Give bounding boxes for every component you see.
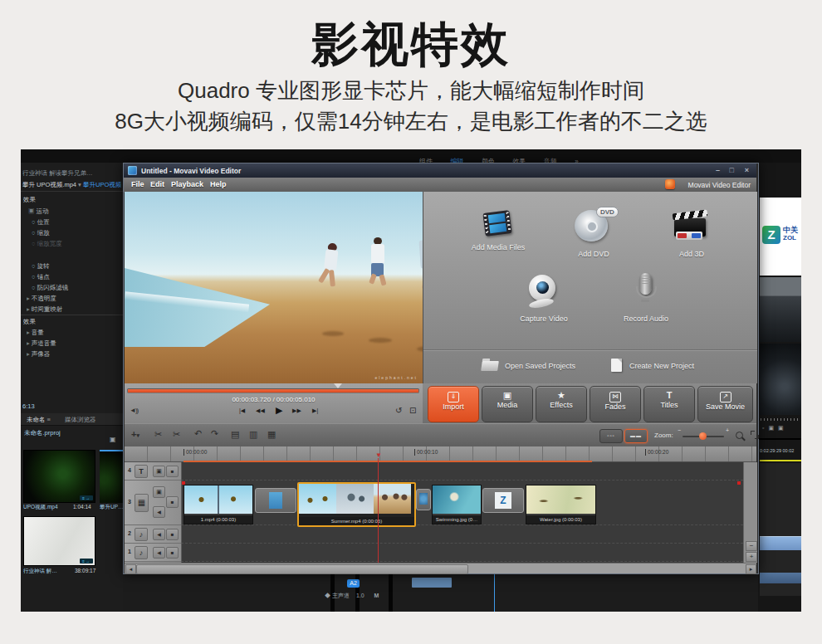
rewind-button[interactable]: ◀◀ xyxy=(256,407,265,414)
project-thumb-video-2[interactable] xyxy=(100,450,123,503)
clip-water-jpg[interactable]: Water.jpg (0:00:03) xyxy=(526,485,596,524)
prev-frame-button[interactable]: |◀ xyxy=(239,407,245,414)
menu-edit[interactable]: Edit xyxy=(150,180,164,188)
add-3d-button[interactable]: Add 3D xyxy=(663,207,721,273)
scroll-left-button[interactable]: ◂ xyxy=(125,564,136,574)
project-tab-media-browser[interactable]: 媒体浏览器 xyxy=(65,416,120,424)
menu-icon[interactable]: ≡ xyxy=(47,416,51,423)
stopwatch-icon[interactable]: ○ xyxy=(32,284,36,291)
zoom-in-mark[interactable]: + xyxy=(726,427,729,433)
timeline-view-button[interactable]: ▬▬ xyxy=(624,429,648,443)
fx-row-scale[interactable]: ○ 缩放 xyxy=(32,229,120,237)
save-movie-button[interactable]: ↗ Save Movie xyxy=(697,386,753,422)
project-item-2[interactable]: 攀升UP… xyxy=(100,504,123,511)
split-tool-icon[interactable]: ✂ xyxy=(154,429,162,440)
zoom-out-mark[interactable]: − xyxy=(678,427,681,433)
fx-row-channel-volume[interactable]: ▸ 声道音量 xyxy=(27,339,120,348)
add-clip-tool[interactable]: +▾ xyxy=(131,429,139,439)
transition-1[interactable] xyxy=(255,488,296,513)
capture-video-button[interactable]: Capture Video xyxy=(511,271,577,331)
stopwatch-icon[interactable]: ○ xyxy=(32,229,36,237)
clip-link[interactable]: 攀升UPO视频 xyxy=(83,181,121,188)
scrollbar-thumb[interactable] xyxy=(136,564,468,574)
a2-track-badge[interactable]: A2 xyxy=(347,579,360,588)
undo-icon[interactable]: ↶ xyxy=(194,428,202,439)
camera-toggle-icon[interactable]: ▣ xyxy=(153,486,165,498)
volume-icon[interactable]: ◄)) xyxy=(130,407,138,414)
next-frame-button[interactable]: ▶| xyxy=(312,407,318,414)
fx-row-panner[interactable]: ▸ 声像器 xyxy=(27,350,120,359)
fx-row-position[interactable]: ○ 位置 xyxy=(32,218,120,227)
magnifier-icon[interactable] xyxy=(736,432,743,439)
fades-button[interactable]: ⋈ Fades xyxy=(590,386,641,422)
title-track-icon[interactable]: T xyxy=(135,465,148,478)
clip-name[interactable]: 攀升 UPO视频.mp4 xyxy=(22,181,76,188)
disclosure-icon[interactable]: ▸ xyxy=(27,350,30,358)
redo-icon[interactable]: ↷ xyxy=(211,428,218,439)
fx-row-anchor[interactable]: ○ 锚点 xyxy=(32,273,120,281)
fx-row-opacity[interactable]: ▸ 不透明度 xyxy=(27,295,120,303)
project-item-3[interactable]: 行业神话 解… xyxy=(23,568,75,575)
record-toggle-icon[interactable]: ■ xyxy=(166,547,179,559)
mute-toggle-icon[interactable]: ◀ xyxy=(153,547,165,559)
movavi-titlebar[interactable]: Untitled - Movavi Video Editor – □ × xyxy=(124,163,756,178)
fx-row-rotation[interactable]: ○ 旋转 xyxy=(32,262,120,271)
record-toggle-icon[interactable]: ■ xyxy=(166,466,179,477)
video-track-icon[interactable]: ▦ xyxy=(135,494,149,512)
fx-row-motion[interactable]: ▣ 运动 xyxy=(28,207,120,216)
disclosure-icon[interactable]: ▸ xyxy=(27,305,30,313)
zoom-out-button[interactable]: − xyxy=(746,541,757,551)
add-dvd-button[interactable]: DVD Add DVD xyxy=(565,207,623,273)
project-thumb-video[interactable]: ≡→ xyxy=(23,450,95,503)
mute-toggle-icon[interactable]: ◀ xyxy=(153,529,165,540)
stopwatch-icon[interactable]: ○ xyxy=(32,273,36,281)
fullscreen-icon[interactable] xyxy=(751,431,759,439)
chevron-down-icon[interactable]: ▾ xyxy=(78,181,81,188)
track-lane-titles[interactable] xyxy=(181,462,743,481)
track-lane-audio-2[interactable] xyxy=(181,525,743,544)
monitor-buttons[interactable]: ▫▣▣ xyxy=(762,425,788,432)
open-saved-projects-button[interactable]: Open Saved Projects xyxy=(482,359,598,376)
camera-toggle-icon[interactable]: ▣ xyxy=(153,466,165,477)
clip-properties-icon[interactable]: ▤ xyxy=(231,429,239,440)
stopwatch-icon[interactable]: ○ xyxy=(32,218,36,226)
menu-playback[interactable]: Playback xyxy=(171,180,203,188)
storyboard-view-button[interactable]: ▫▫▫ xyxy=(599,429,623,443)
audio-track-icon[interactable]: ♪ xyxy=(135,528,148,541)
minimize-button[interactable]: – xyxy=(716,166,720,174)
menu-help[interactable]: Help xyxy=(210,180,227,188)
clip-summer-mp4-selected[interactable]: Summer.mp4 (0:00:05) xyxy=(297,482,416,527)
scroll-right-button[interactable]: ▸ xyxy=(746,564,756,574)
track-lane-audio-1[interactable] xyxy=(181,544,743,562)
zoom-slider-knob[interactable] xyxy=(699,432,707,440)
fast-forward-button[interactable]: ▶▶ xyxy=(292,407,301,414)
record-toggle-icon[interactable]: ■ xyxy=(166,529,179,540)
project-thumb-white[interactable]: ≡→ xyxy=(23,516,95,566)
transition-2[interactable] xyxy=(416,489,431,510)
stopwatch-icon[interactable]: ○ xyxy=(32,262,36,270)
record-toggle-icon[interactable]: ■ xyxy=(166,496,179,508)
bin-icon[interactable]: ▣ xyxy=(110,436,116,443)
horizontal-scrollbar[interactable]: ◂ ▸ xyxy=(125,563,756,573)
media-button[interactable]: ▣ Media xyxy=(482,386,533,422)
clip-audio-icon[interactable]: ▥ xyxy=(249,429,257,440)
disclosure-icon[interactable]: ▸ xyxy=(27,295,30,302)
maximize-button[interactable]: □ xyxy=(730,166,734,174)
clip-volume-icon[interactable]: ▦ xyxy=(267,429,276,440)
play-button[interactable]: ▶ xyxy=(276,405,282,416)
menu-file[interactable]: File xyxy=(131,180,144,188)
add-media-files-button[interactable]: Add Media Files xyxy=(469,208,527,275)
zoom-in-button[interactable]: + xyxy=(746,552,757,562)
disclosure-icon[interactable]: ▸ xyxy=(27,329,30,336)
mute-toggle-icon[interactable]: ◀ xyxy=(153,506,165,518)
fx-row-volume[interactable]: ▸ 音量 xyxy=(27,329,120,337)
bg-playhead[interactable] xyxy=(494,573,495,612)
playhead-line[interactable] xyxy=(378,458,379,563)
fx-row-time-remap[interactable]: ▸ 时间重映射 xyxy=(27,305,120,314)
create-new-project-button[interactable]: Create New Project xyxy=(608,358,724,376)
audio-track-icon[interactable]: ♪ xyxy=(135,546,148,559)
import-button[interactable]: ⇓ Import xyxy=(428,386,479,422)
fx-row-antiflicker[interactable]: ○ 防闪烁滤镜 xyxy=(32,284,120,292)
disclosure-icon[interactable]: ▸ xyxy=(27,339,30,347)
loop-icon[interactable]: ↺ xyxy=(395,406,402,415)
